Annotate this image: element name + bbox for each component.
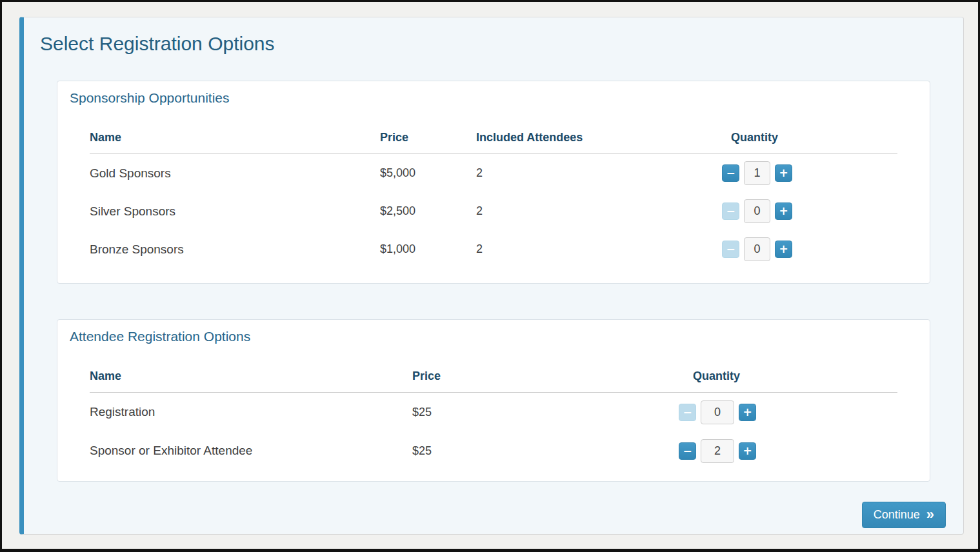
quantity-stepper: − + [679, 400, 756, 424]
quantity-input[interactable] [744, 199, 770, 223]
quantity-stepper: − + [722, 199, 792, 223]
quantity-increase-button[interactable]: + [775, 202, 792, 220]
column-header-name: Name [90, 368, 412, 392]
sponsorship-row: Gold Sponsors $5,000 2 − + [90, 154, 897, 192]
item-name: Sponsor or Exhibitor Attendee [90, 431, 412, 470]
plus-icon: + [743, 407, 752, 418]
minus-icon: − [683, 446, 692, 457]
column-header-price: Price [412, 368, 679, 392]
item-price: $1,000 [380, 230, 476, 268]
item-included-attendees: 2 [476, 192, 722, 230]
plus-icon: + [779, 168, 788, 179]
column-header-name: Name [90, 130, 380, 153]
attendee-row: Registration $25 − + [90, 393, 897, 431]
column-header-included-attendees: Included Attendees [476, 130, 722, 153]
quantity-stepper: − + [679, 439, 756, 463]
quantity-increase-button[interactable]: + [775, 241, 792, 258]
plus-icon: + [743, 446, 752, 457]
sponsorship-row: Bronze Sponsors $1,000 2 − + [90, 230, 897, 268]
column-header-price: Price [380, 130, 476, 153]
minus-icon: − [726, 168, 735, 179]
sponsorship-header-row: Name Price Included Attendees Quantity [90, 130, 897, 154]
attendee-table: Name Price Quantity Registration $25 − + [90, 368, 897, 470]
minus-icon: − [683, 407, 692, 418]
attendee-panel-title: Attendee Registration Options [70, 328, 930, 345]
item-name: Registration [90, 393, 412, 431]
item-price: $2,500 [380, 192, 476, 230]
plus-icon: + [779, 206, 788, 217]
item-price: $5,000 [380, 154, 476, 192]
sponsorship-table: Name Price Included Attendees Quantity G… [90, 130, 897, 268]
sponsorship-table-body: Gold Sponsors $5,000 2 − + S [90, 154, 897, 268]
item-included-attendees: 2 [476, 154, 722, 192]
minus-icon: − [726, 244, 735, 255]
attendee-row: Sponsor or Exhibitor Attendee $25 − + [90, 431, 897, 470]
quantity-input[interactable] [701, 400, 734, 424]
quantity-decrease-button[interactable]: − [722, 164, 739, 182]
attendee-table-body: Registration $25 − + Sponsor or Exhibito [90, 393, 897, 470]
page-title: Select Registration Options [40, 32, 963, 56]
double-chevron-right-icon: » [926, 508, 934, 522]
column-header-quantity: Quantity [679, 368, 897, 392]
continue-label: Continue [874, 508, 920, 522]
sponsorship-row: Silver Sponsors $2,500 2 − + [90, 192, 897, 230]
quantity-increase-button[interactable]: + [739, 404, 756, 421]
continue-button[interactable]: Continue » [862, 502, 946, 528]
quantity-increase-button[interactable]: + [775, 164, 792, 182]
attendee-panel: Attendee Registration Options Name Price… [57, 319, 930, 482]
quantity-decrease-button[interactable]: − [679, 404, 696, 421]
sponsorship-panel: Sponsorship Opportunities Name Price Inc… [57, 81, 930, 284]
sponsorship-panel-title: Sponsorship Opportunities [70, 90, 930, 106]
footer-actions: Continue » [24, 502, 946, 528]
item-name: Silver Sponsors [90, 192, 380, 230]
quantity-decrease-button[interactable]: − [679, 442, 696, 460]
quantity-stepper: − + [722, 161, 792, 185]
quantity-decrease-button[interactable]: − [722, 241, 739, 258]
item-price: $25 [412, 393, 679, 431]
quantity-input[interactable] [744, 161, 770, 185]
item-name: Gold Sponsors [90, 154, 380, 192]
quantity-stepper: − + [722, 237, 792, 261]
item-included-attendees: 2 [476, 230, 722, 268]
item-price: $25 [412, 431, 679, 470]
quantity-decrease-button[interactable]: − [722, 202, 739, 220]
registration-card: Select Registration Options Sponsorship … [19, 17, 964, 535]
quantity-input[interactable] [701, 439, 734, 463]
column-header-quantity: Quantity [722, 130, 897, 153]
attendee-header-row: Name Price Quantity [90, 368, 897, 393]
quantity-increase-button[interactable]: + [739, 442, 756, 460]
minus-icon: − [726, 206, 735, 217]
item-name: Bronze Sponsors [90, 230, 380, 268]
quantity-input[interactable] [744, 237, 770, 261]
plus-icon: + [779, 244, 788, 255]
